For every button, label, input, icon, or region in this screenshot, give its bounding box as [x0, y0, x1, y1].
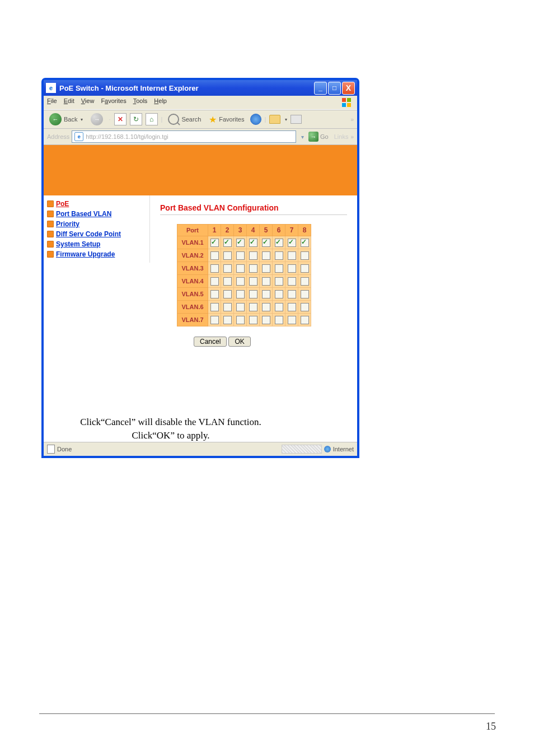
ok-button[interactable]: OK — [228, 337, 250, 347]
refresh-button[interactable]: ↻ — [130, 113, 142, 125]
chevron-down-icon[interactable]: ▾ — [285, 117, 287, 122]
checkbox[interactable] — [236, 251, 245, 260]
checkbox[interactable] — [236, 303, 245, 311]
checkbox[interactable] — [249, 264, 257, 273]
checkbox[interactable] — [223, 316, 232, 324]
sidebar-link[interactable]: Firmware Upgrade — [56, 250, 115, 258]
checkbox[interactable] — [288, 277, 296, 286]
sidebar-item[interactable]: PoE — [46, 199, 147, 209]
sidebar-link[interactable]: Diff Serv Code Point — [56, 230, 121, 238]
checkbox[interactable] — [210, 239, 219, 247]
forward-button[interactable]: → — [88, 112, 105, 127]
overflow-chevron-icon[interactable]: » — [350, 116, 354, 123]
checkbox[interactable] — [210, 303, 219, 311]
checkbox[interactable] — [288, 290, 296, 298]
address-input[interactable]: e http://192.168.1.10/tgi/login.tgi — [72, 130, 296, 143]
checkbox[interactable] — [223, 251, 232, 260]
checkbox[interactable] — [301, 251, 309, 260]
cancel-button[interactable]: Cancel — [194, 337, 227, 347]
checkbox[interactable] — [223, 277, 232, 286]
page-content: PoEPort Based VLANPriorityDiff Serv Code… — [44, 145, 357, 442]
checkbox[interactable] — [275, 316, 283, 324]
checkbox[interactable] — [236, 264, 245, 273]
checkbox[interactable] — [301, 290, 309, 298]
address-dropdown[interactable]: ▾ — [298, 134, 306, 140]
checkbox[interactable] — [262, 290, 270, 298]
checkbox[interactable] — [301, 264, 309, 273]
stop-button[interactable]: ✕ — [114, 113, 127, 125]
checkbox[interactable] — [275, 277, 283, 286]
menu-tools[interactable]: Tools — [133, 97, 148, 108]
links-button[interactable]: Links — [334, 133, 349, 140]
sidebar-link[interactable]: PoE — [56, 200, 69, 208]
checkbox[interactable] — [288, 303, 296, 311]
checkbox[interactable] — [262, 316, 270, 324]
maximize-button[interactable]: □ — [328, 82, 341, 95]
media-button[interactable] — [250, 114, 261, 125]
menu-help[interactable]: Help — [154, 97, 167, 108]
overflow-chevron-icon[interactable]: » — [350, 134, 354, 140]
checkbox[interactable] — [236, 239, 245, 247]
checkbox[interactable] — [262, 239, 270, 247]
sidebar-item[interactable]: Priority — [46, 219, 147, 229]
checkbox[interactable] — [275, 239, 283, 247]
sidebar-item[interactable]: Port Based VLAN — [46, 209, 147, 219]
checkbox[interactable] — [262, 277, 270, 286]
checkbox[interactable] — [249, 277, 257, 286]
close-button[interactable]: X — [342, 82, 355, 95]
checkbox[interactable] — [249, 303, 257, 311]
search-button[interactable]: Search — [166, 113, 203, 126]
favorites-button[interactable]: ★ Favorites — [207, 113, 246, 126]
toolbar: ← Back ▾ → · ✕ ↻ ⌂ | Search ★ Favorites … — [44, 110, 357, 129]
back-button[interactable]: ← Back ▾ — [47, 112, 85, 127]
checkbox[interactable] — [288, 316, 296, 324]
checkbox[interactable] — [249, 251, 257, 260]
history-button[interactable] — [269, 115, 280, 124]
print-button[interactable] — [291, 115, 302, 124]
checkbox[interactable] — [223, 239, 232, 247]
vlan-cell — [208, 262, 221, 275]
checkbox[interactable] — [275, 264, 283, 273]
checkbox[interactable] — [236, 277, 245, 286]
sidebar-item[interactable]: Diff Serv Code Point — [46, 229, 147, 239]
checkbox[interactable] — [223, 303, 232, 311]
checkbox[interactable] — [262, 264, 270, 273]
checkbox[interactable] — [288, 251, 296, 260]
checkbox[interactable] — [210, 290, 219, 298]
checkbox[interactable] — [301, 303, 309, 311]
checkbox[interactable] — [223, 290, 232, 298]
menu-file[interactable]: File — [47, 97, 57, 108]
checkbox[interactable] — [223, 264, 232, 273]
checkbox[interactable] — [262, 251, 270, 260]
checkbox[interactable] — [249, 239, 257, 247]
checkbox[interactable] — [275, 251, 283, 260]
checkbox[interactable] — [249, 316, 257, 324]
menu-favorites[interactable]: Favorites — [101, 97, 126, 108]
checkbox[interactable] — [288, 239, 296, 247]
sidebar-item[interactable]: System Setup — [46, 239, 147, 249]
go-button[interactable]: → Go — [308, 132, 329, 142]
checkbox[interactable] — [210, 264, 219, 273]
menu-view[interactable]: View — [81, 97, 95, 108]
checkbox[interactable] — [288, 264, 296, 273]
checkbox[interactable] — [249, 290, 257, 298]
checkbox[interactable] — [301, 277, 309, 286]
chevron-down-icon[interactable]: ▾ — [81, 117, 83, 122]
sidebar-item[interactable]: Firmware Upgrade — [46, 249, 147, 259]
checkbox[interactable] — [236, 290, 245, 298]
minimize-button[interactable]: _ — [314, 82, 327, 95]
checkbox[interactable] — [301, 316, 309, 324]
menu-edit[interactable]: Edit — [64, 97, 74, 108]
checkbox[interactable] — [236, 316, 245, 324]
checkbox[interactable] — [210, 251, 219, 260]
checkbox[interactable] — [210, 277, 219, 286]
home-button[interactable]: ⌂ — [146, 113, 158, 125]
sidebar-link[interactable]: Port Based VLAN — [56, 210, 111, 218]
checkbox[interactable] — [301, 239, 309, 247]
sidebar-link[interactable]: Priority — [56, 220, 79, 228]
checkbox[interactable] — [275, 290, 283, 298]
sidebar-link[interactable]: System Setup — [56, 240, 100, 248]
checkbox[interactable] — [262, 303, 270, 311]
checkbox[interactable] — [275, 303, 283, 311]
checkbox[interactable] — [210, 316, 219, 324]
